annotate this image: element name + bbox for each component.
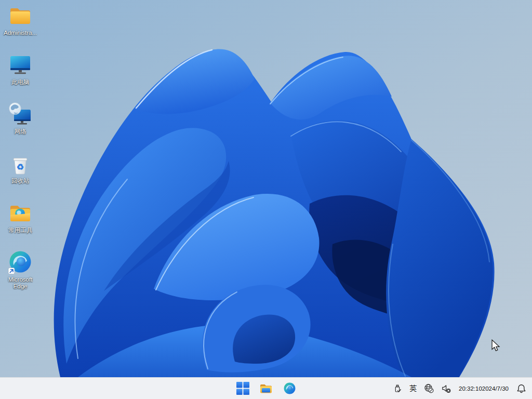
desktop-icon-label: 常用工具 [8,227,32,234]
wallpaper-bloom-image [0,0,532,399]
desktop-icon-label: Administra... [4,30,37,36]
desktop-icon-label: 此电脑 [11,79,30,86]
taskbar: 英 [0,377,532,399]
svg-text:♻: ♻ [17,163,24,171]
notification-bell-icon [516,383,526,393]
system-tray: 英 [389,378,530,399]
taskbar-center-buttons [232,378,300,399]
taskbar-clock[interactable]: 20:32:10 2024/7/30 [455,380,513,397]
desktop-icon-administrator[interactable]: Administra... [0,3,41,52]
file-explorer-icon [259,382,273,395]
desktop-icon-network[interactable]: 网络 [0,102,41,151]
desktop-icon-microsoft-edge[interactable]: Microsoft Edge [0,250,41,299]
volume-muted-button[interactable] [437,380,455,397]
desktop-icon-label: Microsoft Edge [1,276,39,290]
network-globe-monitor-icon [8,102,33,127]
globe-no-internet-icon [424,383,434,393]
computer-monitor-icon [8,52,33,77]
start-button[interactable] [232,379,253,398]
edge-logo-icon [283,382,296,395]
speaker-muted-icon [441,383,451,393]
clock-time: 20:32:10 [459,385,482,392]
desktop: Administra... 此电脑 [0,0,532,399]
ime-language-indicator[interactable]: 英 [406,380,420,397]
desktop-icon-label: 回收站 [11,178,30,184]
edge-logo-icon [8,250,33,275]
desktop-icon-common-tools[interactable]: 常用工具 [0,201,41,250]
file-explorer-button[interactable] [256,379,276,398]
desktop-icon-recycle-bin[interactable]: ♻ 回收站 [0,151,41,201]
windows-logo-icon [236,382,249,395]
recycle-bin-icon: ♻ [8,151,33,176]
tools-folder-icon [8,201,33,225]
ime-mode-label: 英 [409,384,417,393]
desktop-icon-this-pc[interactable]: 此电脑 [0,52,41,102]
clock-date: 2024/7/30 [482,385,509,392]
network-status-button[interactable] [420,380,437,397]
desktop-icon-label: 网络 [15,128,26,135]
edge-taskbar-button[interactable] [279,379,300,398]
usb-device-icon [393,384,402,393]
notification-center-button[interactable] [513,380,530,397]
folder-icon [8,3,33,28]
desktop-icon-grid: Administra... 此电脑 [0,3,41,299]
usb-safely-remove-button[interactable] [389,380,406,397]
